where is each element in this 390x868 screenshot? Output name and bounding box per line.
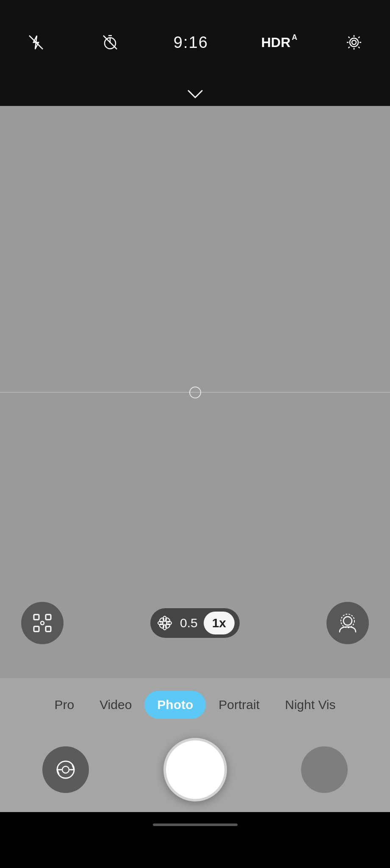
viewfinder: 0.5 1x: [0, 106, 390, 678]
svg-rect-7: [46, 615, 51, 620]
horizon-center-marker: [189, 387, 201, 398]
horizon-line: [0, 392, 390, 392]
mode-tab-pro[interactable]: Pro: [41, 691, 87, 719]
svg-rect-9: [46, 626, 51, 632]
nav-bar: [0, 812, 390, 837]
svg-point-22: [62, 766, 69, 773]
timer-off-icon[interactable]: [100, 32, 121, 53]
macro-icon: [155, 614, 174, 632]
svg-point-16: [159, 617, 165, 623]
shutter-row: [0, 736, 390, 804]
scan-focus-button[interactable]: [21, 602, 64, 644]
svg-point-10: [41, 621, 44, 625]
mode-tab-night-vis[interactable]: Night Vis: [272, 691, 349, 719]
mode-tabs: Pro Video Photo Portrait Night Vis: [0, 691, 390, 719]
flip-camera-button[interactable]: [42, 746, 89, 793]
zoom-pill[interactable]: 0.5 1x: [150, 608, 240, 638]
svg-point-20: [343, 617, 352, 625]
gallery-thumbnail[interactable]: [301, 746, 348, 793]
top-bar: 9:16 HDRA: [0, 0, 390, 85]
bottom-controls: Pro Video Photo Portrait Night Vis: [0, 678, 390, 812]
mode-tab-portrait[interactable]: Portrait: [206, 691, 272, 719]
chevron-area[interactable]: [0, 85, 390, 106]
svg-point-5: [350, 38, 358, 47]
svg-rect-8: [34, 626, 39, 632]
svg-point-19: [165, 623, 171, 629]
svg-point-18: [159, 623, 165, 629]
zoom-active-button[interactable]: 1x: [204, 612, 235, 634]
mode-tab-video[interactable]: Video: [87, 691, 144, 719]
flash-off-icon[interactable]: [25, 32, 47, 53]
zoom-value-label: 0.5: [178, 616, 199, 630]
svg-point-4: [352, 40, 356, 45]
shutter-button[interactable]: [163, 738, 227, 801]
svg-rect-6: [34, 615, 39, 620]
zoom-controls: 0.5 1x: [0, 602, 390, 644]
mode-tab-photo[interactable]: Photo: [144, 691, 206, 719]
time-display: 9:16: [174, 33, 208, 52]
home-indicator: [153, 823, 238, 826]
svg-point-17: [165, 617, 171, 623]
chevron-down-icon[interactable]: [188, 89, 203, 102]
settings-icon[interactable]: [343, 32, 365, 53]
hdr-badge[interactable]: HDRA: [261, 35, 290, 50]
face-detect-button[interactable]: [326, 602, 369, 644]
